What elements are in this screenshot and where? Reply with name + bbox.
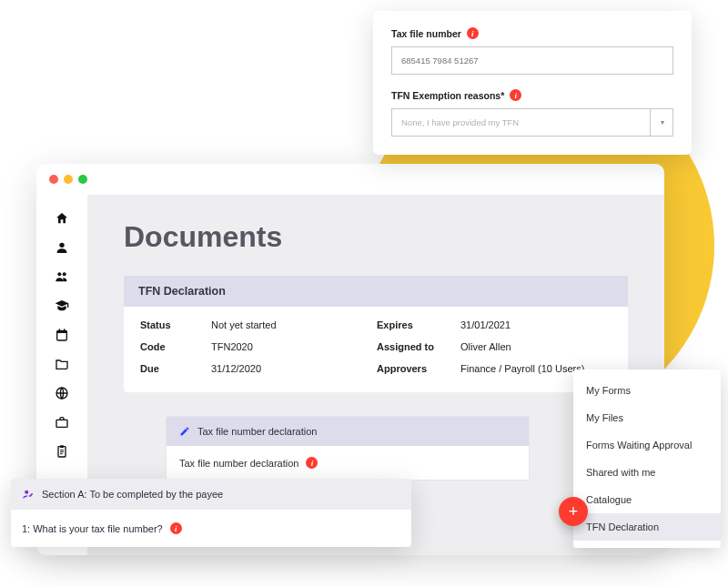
approvers-value: Finance / Payroll (10 Users)	[460, 363, 584, 374]
svg-point-0	[59, 243, 64, 248]
svg-point-2	[63, 272, 66, 276]
tfn-subcard-body[interactable]: Tax file number declaration i	[167, 446, 529, 480]
tfn-subcard: Tax file number declaration Tax file num…	[166, 416, 530, 481]
people-icon[interactable]	[55, 269, 69, 284]
tfn-exemption-label-row: TFN Exemption reasons* i	[391, 89, 673, 101]
menu-item-my-files[interactable]: My Files	[573, 404, 721, 431]
declaration-right-col: Expires 31/01/2021 Assigned to Oliver Al…	[377, 319, 612, 374]
section-a-card: Section A: To be completed by the payee …	[11, 479, 411, 547]
approvers-label: Approvers	[377, 363, 460, 374]
svg-rect-4	[57, 330, 67, 333]
tfn-subcard-header[interactable]: Tax file number declaration	[167, 417, 529, 446]
section-a-question: 1: What is your tax file number?	[22, 523, 163, 534]
tfn-input[interactable]	[391, 46, 673, 75]
section-a-question-row: 1: What is your tax file number? i	[11, 510, 411, 547]
svg-rect-10	[60, 445, 64, 448]
expires-value: 31/01/2021	[460, 319, 511, 330]
add-fab[interactable]: +	[559, 497, 588, 526]
svg-rect-6	[64, 329, 65, 331]
pencil-icon	[179, 426, 190, 437]
declaration-card-body: Status Not yet started Code TFN2020 Due …	[124, 307, 628, 392]
menu-item-shared[interactable]: Shared with me	[573, 459, 721, 486]
graduation-icon[interactable]	[55, 299, 69, 313]
tfn-subcard-header-text: Tax file number declaration	[197, 426, 317, 437]
assigned-value: Oliver Allen	[460, 341, 511, 352]
tfn-subcard-body-text: Tax file number declaration	[179, 458, 298, 469]
declaration-left-col: Status Not yet started Code TFN2020 Due …	[140, 319, 377, 374]
tfn-form-card: Tax file number i TFN Exemption reasons*…	[373, 11, 692, 155]
window-maximize-dot[interactable]	[78, 175, 87, 184]
folder-icon[interactable]	[55, 357, 69, 371]
status-value: Not yet started	[211, 319, 277, 330]
user-icon[interactable]	[55, 240, 69, 255]
declaration-card-header: TFN Declaration	[124, 276, 628, 307]
declaration-card: TFN Declaration Status Not yet started C…	[124, 276, 628, 392]
tfn-exemption-value: None, I have provided my TFN	[391, 108, 673, 137]
chevron-down-icon: ▾	[650, 108, 673, 137]
svg-rect-8	[56, 420, 67, 427]
documents-menu: My Forms My Files Forms Waiting Approval…	[573, 369, 721, 548]
window-close-dot[interactable]	[49, 175, 58, 184]
briefcase-icon[interactable]	[55, 415, 69, 430]
menu-item-tfn-declaration[interactable]: TFN Declaration	[573, 513, 721, 541]
code-label: Code	[140, 341, 211, 352]
stage: Documents TFN Declaration Status Not yet…	[0, 0, 728, 587]
calendar-icon[interactable]	[55, 328, 69, 342]
svg-rect-5	[59, 329, 60, 331]
code-value: TFN2020	[211, 341, 253, 352]
info-icon[interactable]: i	[170, 522, 182, 534]
menu-item-catalogue[interactable]: Catalogue	[573, 486, 721, 513]
section-a-header: Section A: To be completed by the payee	[11, 479, 411, 510]
plus-icon: +	[569, 502, 579, 521]
assigned-label: Assigned to	[377, 341, 460, 352]
due-label: Due	[140, 363, 211, 374]
tfn-field-label: Tax file number	[391, 28, 461, 39]
window-minimize-dot[interactable]	[64, 175, 73, 184]
status-label: Status	[140, 319, 211, 330]
tfn-field-label-row: Tax file number i	[391, 27, 673, 39]
section-a-header-text: Section A: To be completed by the payee	[42, 489, 223, 500]
expires-label: Expires	[377, 319, 460, 330]
info-icon[interactable]: i	[510, 89, 521, 101]
due-value: 31/12/2020	[211, 363, 261, 374]
info-icon[interactable]: i	[306, 457, 318, 469]
home-icon[interactable]	[55, 211, 69, 226]
svg-point-11	[25, 491, 28, 494]
tfn-exemption-select[interactable]: None, I have provided my TFN ▾	[391, 108, 673, 137]
clipboard-icon[interactable]	[55, 444, 69, 459]
person-edit-icon	[22, 488, 35, 501]
menu-item-forms-waiting[interactable]: Forms Waiting Approval	[573, 431, 721, 459]
page-title: Documents	[124, 220, 628, 254]
tfn-exemption-label: TFN Exemption reasons*	[391, 90, 504, 101]
window-titlebar	[36, 164, 664, 195]
menu-item-my-forms[interactable]: My Forms	[573, 377, 721, 404]
info-icon[interactable]: i	[467, 27, 479, 39]
globe-icon[interactable]	[55, 386, 69, 400]
svg-point-1	[57, 272, 61, 276]
